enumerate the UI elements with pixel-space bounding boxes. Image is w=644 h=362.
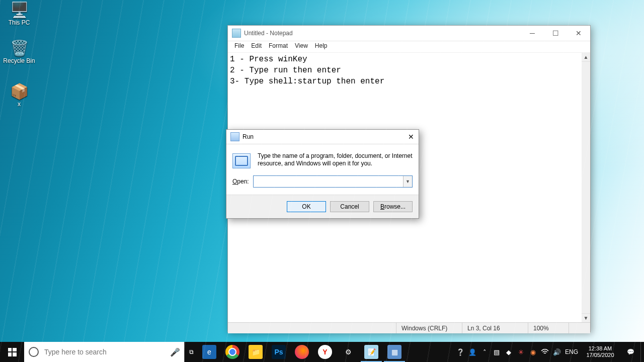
- notepad-scrollbar[interactable]: ▲ ▼: [582, 53, 590, 322]
- system-tray: ❔ 👤 ˄ ▧ ◆ ✳ ◉ 🔊 ENG 12:38 AM 17/05/2020 …: [454, 342, 644, 362]
- run-body: Type the name of a program, folder, docu…: [226, 144, 419, 172]
- tray-date: 17/05/2020: [582, 352, 618, 358]
- scroll-down-icon[interactable]: ▼: [582, 313, 590, 322]
- taskbar-yandex[interactable]: Y: [313, 342, 337, 362]
- recycle-bin-icon: 🗑️: [0, 40, 38, 56]
- tray-time: 12:38 AM: [582, 345, 618, 352]
- taskbar-explorer[interactable]: 📁: [244, 342, 267, 362]
- browse-button[interactable]: Browse...: [373, 201, 413, 212]
- run-dialog: Run ✕ Type the name of a program, folder…: [226, 129, 419, 219]
- desktop: 🖥️ This PC 🗑️ Recycle Bin 📦 x Untitled -…: [0, 0, 644, 362]
- menu-view[interactable]: View: [291, 42, 311, 52]
- search-input[interactable]: [43, 347, 166, 356]
- tray-chevron-up-icon[interactable]: ˄: [478, 342, 491, 362]
- taskbar: 🎤 ⧉ e 📁 Ps Y ⚙ 📝 ▦ ❔ 👤 ˄ ▧ ◆ ✳ ◉ 🔊 ENG: [0, 342, 644, 362]
- run-description: Type the name of a program, folder, docu…: [258, 152, 413, 168]
- status-resize-grip[interactable]: [569, 323, 590, 333]
- open-combobox[interactable]: ▼: [253, 175, 413, 188]
- desktop-icon-this-pc[interactable]: 🖥️ This PC: [0, 2, 38, 26]
- tray-clock[interactable]: 12:38 AM 17/05/2020: [580, 345, 620, 358]
- menu-edit[interactable]: Edit: [248, 42, 265, 52]
- notepad-icon: [232, 29, 241, 38]
- run-large-icon: [232, 153, 251, 168]
- run-title: Run: [243, 133, 404, 140]
- run-button-row: OK Cancel Browse...: [226, 195, 419, 218]
- notepad-window: Untitled - Notepad ─ ☐ ✕ File Edit Forma…: [227, 25, 591, 332]
- file-icon: 📦: [0, 83, 38, 100]
- scroll-up-icon[interactable]: ▲: [582, 53, 590, 62]
- show-desktop-button[interactable]: [640, 342, 644, 362]
- chevron-down-icon[interactable]: ▼: [403, 176, 412, 187]
- notepad-body: 1 - Press winKey 2 - Type run then enter…: [228, 53, 590, 322]
- desktop-icon-label: This PC: [0, 19, 38, 26]
- windows-logo-icon: [8, 348, 17, 356]
- tray-app-icon[interactable]: ◆: [503, 342, 515, 362]
- tray-volume-icon[interactable]: 🔊: [551, 342, 563, 362]
- notepad-text[interactable]: 1 - Press winKey 2 - Type run then enter…: [228, 53, 581, 322]
- taskbar-firefox[interactable]: [290, 342, 313, 362]
- menu-help[interactable]: Help: [311, 42, 331, 52]
- desktop-icon-label: x: [0, 101, 38, 108]
- desktop-icon-label: Recycle Bin: [0, 57, 38, 64]
- cancel-button[interactable]: Cancel: [330, 201, 369, 212]
- tray-help-icon[interactable]: ❔: [454, 342, 466, 362]
- taskbar-photoshop[interactable]: Ps: [267, 342, 290, 362]
- minimize-button[interactable]: ─: [521, 26, 544, 41]
- open-label: Open:: [232, 178, 249, 185]
- notepad-menubar: File Edit Format View Help: [228, 41, 590, 53]
- taskbar-run[interactable]: ▦: [383, 342, 406, 362]
- tray-app-icon[interactable]: ✳: [515, 342, 527, 362]
- cortana-icon[interactable]: [24, 347, 43, 357]
- this-pc-icon: 🖥️: [0, 2, 38, 18]
- taskbar-settings[interactable]: ⚙: [337, 342, 360, 362]
- microphone-icon[interactable]: 🎤: [166, 347, 184, 357]
- ok-button[interactable]: OK: [287, 201, 326, 212]
- tray-app-icon[interactable]: ◉: [527, 342, 539, 362]
- action-center-icon[interactable]: 💬: [620, 348, 640, 355]
- desktop-icon-x[interactable]: 📦 x: [0, 83, 38, 108]
- menu-file[interactable]: File: [231, 42, 248, 52]
- run-open-row: Open: ▼: [226, 172, 419, 195]
- open-input[interactable]: [254, 176, 403, 187]
- tray-app-icon[interactable]: ▧: [491, 342, 503, 362]
- taskbar-search[interactable]: 🎤: [24, 342, 185, 362]
- notepad-statusbar: Windows (CRLF) Ln 3, Col 16 100%: [228, 322, 590, 333]
- taskbar-apps: e 📁 Ps Y ⚙ 📝 ▦: [198, 342, 406, 362]
- close-button[interactable]: ✕: [404, 130, 419, 144]
- status-encoding: Windows (CRLF): [396, 323, 462, 333]
- desktop-icon-recycle-bin[interactable]: 🗑️ Recycle Bin: [0, 40, 38, 64]
- tray-language[interactable]: ENG: [563, 342, 580, 362]
- taskbar-edge[interactable]: e: [198, 342, 221, 362]
- run-titlebar[interactable]: Run ✕: [226, 130, 419, 144]
- start-button[interactable]: [0, 342, 24, 362]
- status-position: Ln 3, Col 16: [462, 323, 528, 333]
- maximize-button[interactable]: ☐: [544, 26, 567, 41]
- tray-wifi-icon[interactable]: [539, 342, 551, 362]
- notepad-title: Untitled - Notepad: [244, 30, 521, 37]
- notepad-titlebar[interactable]: Untitled - Notepad ─ ☐ ✕: [228, 26, 590, 41]
- run-icon: [230, 132, 239, 141]
- close-button[interactable]: ✕: [567, 26, 590, 41]
- tray-people-icon[interactable]: 👤: [466, 342, 478, 362]
- status-zoom: 100%: [528, 323, 569, 333]
- taskbar-chrome[interactable]: [221, 342, 244, 362]
- task-view-button[interactable]: ⧉: [185, 342, 198, 362]
- menu-format[interactable]: Format: [265, 42, 291, 52]
- taskbar-notepad[interactable]: 📝: [360, 342, 383, 362]
